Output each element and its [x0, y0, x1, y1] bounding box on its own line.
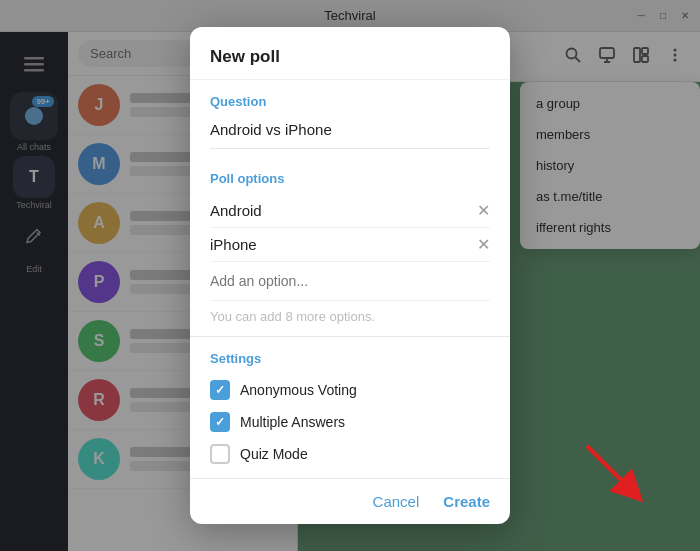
- anonymous-voting-label: Anonymous Voting: [240, 382, 357, 398]
- new-poll-modal: New poll Question Android vs iPhone Poll…: [190, 27, 510, 524]
- settings-label: Settings: [210, 351, 490, 366]
- hint-text: You can add 8 more options.: [210, 301, 490, 328]
- remove-option-android[interactable]: ✕: [477, 203, 490, 219]
- cancel-button[interactable]: Cancel: [373, 493, 420, 510]
- poll-option-row: iPhone ✕: [210, 228, 490, 262]
- arrow-indicator: [572, 431, 652, 511]
- setting-row-anonymous[interactable]: Anonymous Voting: [210, 374, 490, 406]
- question-text: Android vs iPhone: [210, 117, 490, 149]
- settings-section: Settings Anonymous Voting Multiple Answe…: [190, 337, 510, 479]
- poll-option-text: Android: [210, 202, 262, 219]
- svg-line-13: [587, 446, 632, 491]
- add-option-row: [210, 262, 490, 301]
- poll-option-text: iPhone: [210, 236, 257, 253]
- modal-overlay: New poll Question Android vs iPhone Poll…: [0, 0, 700, 551]
- anonymous-voting-checkbox[interactable]: [210, 380, 230, 400]
- multiple-answers-checkbox[interactable]: [210, 412, 230, 432]
- modal-footer: Cancel Create: [190, 479, 510, 524]
- setting-row-quiz[interactable]: Quiz Mode: [210, 438, 490, 470]
- modal-header: New poll: [190, 27, 510, 80]
- quiz-mode-checkbox[interactable]: [210, 444, 230, 464]
- question-section: Question Android vs iPhone: [190, 80, 510, 157]
- create-button[interactable]: Create: [443, 493, 490, 510]
- setting-row-multiple[interactable]: Multiple Answers: [210, 406, 490, 438]
- question-label: Question: [210, 94, 490, 109]
- poll-option-row: Android ✕: [210, 194, 490, 228]
- modal-body: Question Android vs iPhone Poll options …: [190, 80, 510, 479]
- poll-options-section: Poll options Android ✕ iPhone ✕ You can …: [190, 157, 510, 337]
- add-option-input[interactable]: [210, 273, 490, 289]
- modal-title: New poll: [210, 47, 490, 67]
- multiple-answers-label: Multiple Answers: [240, 414, 345, 430]
- poll-options-label: Poll options: [210, 171, 490, 186]
- remove-option-iphone[interactable]: ✕: [477, 237, 490, 253]
- quiz-mode-label: Quiz Mode: [240, 446, 308, 462]
